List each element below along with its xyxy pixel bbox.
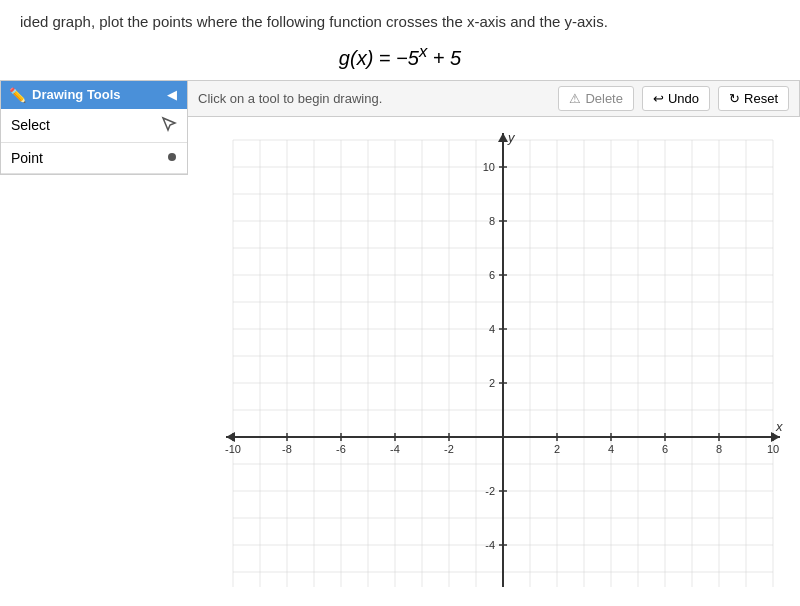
svg-text:-8: -8	[282, 443, 292, 455]
svg-text:-4: -4	[390, 443, 400, 455]
x-axis-label: x	[775, 419, 783, 434]
sidebar-collapse-button[interactable]: ◀	[165, 87, 179, 102]
undo-label: Undo	[668, 91, 699, 106]
sidebar-header-label: Drawing Tools	[32, 87, 121, 102]
svg-text:-2: -2	[444, 443, 454, 455]
undo-button[interactable]: ↩ Undo	[642, 86, 710, 111]
svg-text:4: 4	[489, 323, 495, 335]
drawing-tools-sidebar: ✏️ Drawing Tools ◀ Select Point	[0, 80, 188, 175]
svg-text:10: 10	[767, 443, 779, 455]
svg-text:6: 6	[489, 269, 495, 281]
svg-text:10: 10	[483, 161, 495, 173]
toolbar: Click on a tool to begin drawing. ⚠ Dele…	[188, 80, 800, 117]
sidebar-item-point-label: Point	[11, 150, 43, 166]
graph-container: x y	[188, 117, 800, 597]
dot-icon	[167, 150, 177, 165]
svg-text:-10: -10	[225, 443, 241, 455]
svg-text:-2: -2	[485, 485, 495, 497]
toolbar-hint: Click on a tool to begin drawing.	[198, 91, 550, 106]
coordinate-graph[interactable]: x y	[198, 127, 788, 587]
sidebar-item-select-label: Select	[11, 117, 50, 133]
main-area: ✏️ Drawing Tools ◀ Select Point	[0, 80, 800, 597]
svg-text:-6: -6	[336, 443, 346, 455]
svg-text:-4: -4	[485, 539, 495, 551]
refresh-icon: ↻	[729, 91, 740, 106]
sidebar-item-select[interactable]: Select	[1, 109, 187, 143]
svg-text:6: 6	[662, 443, 668, 455]
x-circle-icon: ⚠	[569, 91, 581, 106]
cursor-icon	[161, 116, 177, 135]
right-content: Click on a tool to begin drawing. ⚠ Dele…	[188, 80, 800, 597]
instruction-text: ided graph, plot the points where the fo…	[20, 13, 608, 30]
delete-label: Delete	[585, 91, 623, 106]
undo-icon: ↩	[653, 91, 664, 106]
delete-button[interactable]: ⚠ Delete	[558, 86, 634, 111]
svg-point-0	[168, 153, 176, 161]
svg-text:8: 8	[489, 215, 495, 227]
graph-svg-wrapper: x y	[198, 127, 795, 587]
reset-button[interactable]: ↻ Reset	[718, 86, 789, 111]
svg-text:4: 4	[608, 443, 614, 455]
reset-label: Reset	[744, 91, 778, 106]
svg-text:8: 8	[716, 443, 722, 455]
sidebar-header: ✏️ Drawing Tools ◀	[1, 81, 187, 109]
sidebar-item-point[interactable]: Point	[1, 143, 187, 174]
pencil-icon: ✏️	[9, 87, 26, 103]
formula-display: g(x) = −5x + 5	[0, 34, 800, 80]
svg-text:2: 2	[554, 443, 560, 455]
svg-text:2: 2	[489, 377, 495, 389]
